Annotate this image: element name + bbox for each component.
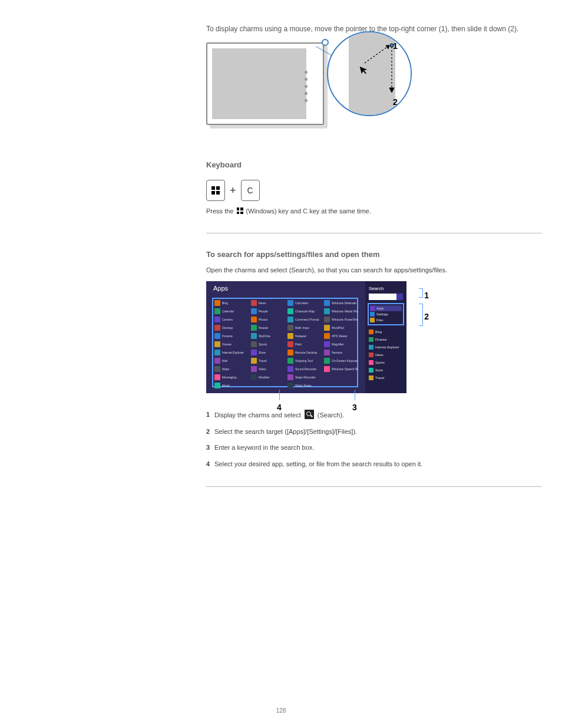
- bracket-1: [419, 288, 423, 298]
- steps-list: 1 Display the charms and select (Search)…: [206, 410, 542, 469]
- zoom-step-2: 2: [393, 97, 398, 107]
- leader-4: [279, 390, 280, 400]
- step-4: 4 Select your desired app, setting, or f…: [206, 459, 542, 470]
- page-number: 128: [0, 707, 562, 714]
- callout-2: 2: [424, 312, 429, 321]
- apps-screenshot: Apps Bing Calendar Camera Desktop Financ…: [206, 281, 406, 393]
- content-column: To display charms using a mouse, move th…: [206, 24, 542, 503]
- svg-line-0: [365, 45, 389, 63]
- plus-sign: +: [230, 185, 236, 197]
- document-page: To display charms using a mouse, move th…: [0, 0, 562, 728]
- hotcorner-marker: [322, 39, 329, 46]
- divider: [206, 233, 542, 233]
- keyboard-heading: Keyboard: [206, 160, 542, 169]
- keyboard-sentence: Press the (Windows) key and C key at the…: [206, 206, 542, 216]
- apps-columns: Bing Calendar Camera Desktop Finance Gam…: [214, 300, 358, 388]
- bracket-2: [419, 304, 423, 326]
- filter-apps[interactable]: Apps: [370, 305, 402, 311]
- monitor: [206, 42, 324, 125]
- apps-screenshot-wrap: Apps Bing Calendar Camera Desktop Financ…: [206, 281, 418, 393]
- windows-logo-inline-icon: [237, 207, 243, 214]
- search-filters-highlight: Apps Settings Files: [368, 303, 404, 325]
- leader-3: [355, 390, 355, 400]
- apps-title: Apps: [213, 285, 228, 292]
- charm-dots: [305, 71, 308, 106]
- key-combo: + C: [206, 180, 542, 201]
- search-pane: Search Apps Settings: [365, 281, 406, 393]
- zoom-circle: 1 2: [327, 31, 412, 116]
- windows-key: [206, 180, 225, 201]
- search-intro: Open the charms and select (Search), so …: [206, 265, 542, 275]
- filter-files[interactable]: Files: [370, 317, 402, 323]
- mouse-diagram: 1 2: [206, 42, 395, 143]
- apps-col-3: Calculator Character Map Command Prompt …: [287, 300, 322, 388]
- step-1: 1 Display the charms and select (Search)…: [206, 410, 542, 421]
- search-heading: To search for apps/settings/files and op…: [206, 250, 542, 259]
- apps-col-4: Windows Defender Windows Media Player Wi…: [324, 300, 358, 388]
- filter-settings[interactable]: Settings: [370, 311, 402, 317]
- divider-bottom: [206, 486, 542, 487]
- callout-1: 1: [424, 291, 429, 300]
- monitor-screen: [212, 48, 306, 119]
- step-3: 3 Enter a keyword in the search box.: [206, 443, 542, 453]
- search-icon: [305, 410, 314, 419]
- search-pane-title: Search: [369, 286, 403, 291]
- zoom-step-1: 1: [393, 41, 398, 51]
- step-2: 2 Select the search target ([Apps]/[Sett…: [206, 427, 542, 437]
- apps-col-1: Bing Calendar Camera Desktop Finance Gam…: [214, 300, 249, 388]
- svg-marker-3: [389, 88, 394, 93]
- search-go-button[interactable]: [396, 294, 403, 300]
- search-input[interactable]: [369, 294, 403, 300]
- apps-col-2: News People Photos Reader SkyDrive Sport…: [251, 300, 285, 388]
- c-key: C: [241, 180, 260, 201]
- windows-logo-icon: [211, 186, 220, 195]
- search-app-results: Bing Finance Internet Explorer News Spor…: [369, 329, 403, 381]
- arrow-slide-down: [387, 43, 398, 96]
